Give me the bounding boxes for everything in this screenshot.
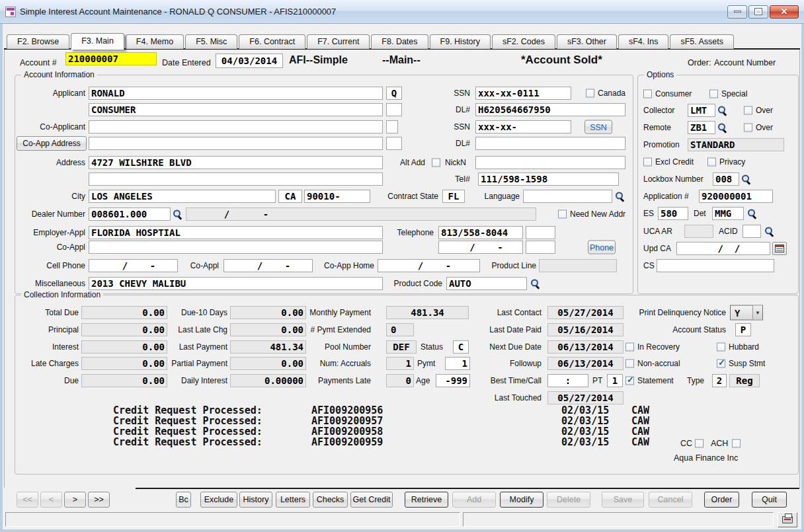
restore-button[interactable] <box>748 5 768 19</box>
tab-sf3-other[interactable]: sF3. Other <box>557 34 617 49</box>
consumer-checkbox[interactable] <box>643 90 652 98</box>
tab-sf2-codes[interactable]: sF2. Codes <box>492 34 555 49</box>
non-accrual-checkbox[interactable] <box>625 360 634 368</box>
last-record-button[interactable]: >> <box>88 492 110 508</box>
account-number-input[interactable] <box>65 52 157 65</box>
applicant-first-input[interactable] <box>89 87 383 100</box>
state-input[interactable] <box>278 190 302 203</box>
city-input[interactable] <box>89 190 276 203</box>
cs-input[interactable] <box>657 259 774 272</box>
in-recovery-checkbox[interactable] <box>625 343 634 352</box>
zip-input[interactable] <box>304 190 370 203</box>
co-dl-input[interactable] <box>475 137 625 150</box>
co-applicant-last-input[interactable] <box>89 137 383 150</box>
co-applicant-input[interactable] <box>89 120 383 133</box>
tab-f2-browse[interactable]: F2. Browse <box>7 34 69 49</box>
letters-button[interactable]: Letters <box>276 492 310 508</box>
order-button[interactable]: Order <box>704 492 739 508</box>
co-appl-telephone-ext-input[interactable] <box>526 241 555 254</box>
quit-button[interactable]: Quit <box>752 492 787 508</box>
co-appl-cell-input[interactable] <box>223 259 313 272</box>
special-checkbox[interactable] <box>709 90 718 98</box>
applicant-last-input[interactable] <box>89 103 383 116</box>
canada-checkbox[interactable] <box>586 89 594 98</box>
modify-button[interactable]: Modify <box>500 492 543 508</box>
lockbox-input[interactable] <box>713 172 739 186</box>
print-delinquency-dropdown[interactable]: Y ▼ <box>730 305 763 321</box>
lockbox-lookup-icon[interactable] <box>741 174 752 185</box>
nickn-input[interactable] <box>475 156 625 169</box>
remote-over-checkbox[interactable] <box>744 124 752 132</box>
cell-phone-input[interactable] <box>89 259 178 272</box>
work-telephone-ext-input[interactable] <box>526 226 555 239</box>
susp-stmt-checkbox[interactable] <box>717 360 725 368</box>
tab-f9-history[interactable]: F9. History <box>430 34 491 49</box>
co-applicant-middle-input[interactable] <box>386 120 398 133</box>
minimize-button[interactable] <box>727 5 747 19</box>
tab-f4-memo[interactable]: F4. Memo <box>126 34 184 49</box>
acid-input[interactable] <box>743 225 761 238</box>
applicant-middle-input[interactable] <box>386 87 402 100</box>
tab-f5-misc[interactable]: F5. Misc <box>185 34 237 49</box>
tel-input[interactable] <box>478 172 619 186</box>
excl-credit-checkbox[interactable] <box>643 158 652 167</box>
acid-lookup-icon[interactable] <box>764 226 775 237</box>
language-lookup-icon[interactable] <box>614 191 625 202</box>
cancel-button[interactable]: Cancel <box>649 492 692 508</box>
det-lookup-icon[interactable] <box>746 208 758 219</box>
co-applicant-suffix-input[interactable] <box>386 137 402 150</box>
ssn-button[interactable]: SSN <box>584 120 612 134</box>
collector-over-checkbox[interactable] <box>744 106 752 115</box>
next-record-button[interactable]: > <box>64 492 86 508</box>
remote-lookup-icon[interactable] <box>717 122 728 133</box>
save-button[interactable]: Save <box>602 492 644 508</box>
exclude-button[interactable]: Exclude <box>200 492 237 508</box>
need-new-addr-checkbox[interactable] <box>558 210 567 219</box>
tab-f8-dates[interactable]: F8. Dates <box>371 34 428 49</box>
remote-input[interactable] <box>688 121 715 134</box>
print-button[interactable] <box>778 512 797 527</box>
tab-f6-contract[interactable]: F6. Contract <box>239 34 305 49</box>
co-app-address-button[interactable]: Co-App Address <box>17 136 87 151</box>
best-time-call-input[interactable] <box>547 374 588 387</box>
collector-input[interactable] <box>688 104 715 117</box>
bc-button[interactable]: Bc <box>176 492 191 508</box>
first-record-button[interactable]: << <box>17 492 38 508</box>
alt-add-checkbox[interactable] <box>432 159 440 167</box>
checks-button[interactable]: Checks <box>313 492 348 508</box>
statement-checkbox[interactable] <box>625 377 634 385</box>
dealer-number-input[interactable] <box>89 208 171 221</box>
tab-sf4-ins[interactable]: sF4. Ins <box>618 34 668 49</box>
address1-input[interactable] <box>89 156 383 169</box>
tab-sf5-assets[interactable]: sF5. Assets <box>670 34 734 49</box>
pt-input[interactable] <box>607 374 623 387</box>
employer-input[interactable] <box>89 226 383 239</box>
det-input[interactable] <box>712 207 744 220</box>
co-appl-employer-input[interactable] <box>89 241 383 254</box>
applicant-suffix-input[interactable] <box>386 103 402 116</box>
es-input[interactable] <box>658 207 688 220</box>
product-code-input[interactable] <box>446 277 527 290</box>
language-input[interactable] <box>523 190 612 203</box>
dealer-lookup-icon[interactable] <box>172 209 183 220</box>
account-status-field[interactable] <box>735 323 751 336</box>
co-ssn-input[interactable] <box>475 120 571 133</box>
tab-f7-current[interactable]: F7. Current <box>307 34 370 49</box>
miscellaneous-input[interactable] <box>89 277 383 290</box>
tab-f3-main[interactable]: F3. Main <box>71 33 124 50</box>
retrieve-button[interactable]: Retrieve <box>405 492 448 508</box>
add-button[interactable]: Add <box>452 492 496 508</box>
ach-checkbox[interactable] <box>732 439 741 448</box>
delete-button[interactable]: Delete <box>547 492 590 508</box>
close-button[interactable]: ✕ <box>770 5 799 19</box>
privacy-checkbox[interactable] <box>707 158 716 167</box>
date-entered-input[interactable] <box>216 54 283 68</box>
application-input[interactable] <box>699 190 773 203</box>
calendar-button[interactable] <box>772 242 787 255</box>
collector-lookup-icon[interactable] <box>717 105 728 116</box>
previous-record-button[interactable]: < <box>40 492 62 508</box>
history-button[interactable]: History <box>239 492 272 508</box>
co-appl-telephone-input[interactable] <box>438 241 523 254</box>
phone-button[interactable]: Phone <box>588 241 616 254</box>
upd-ca-input[interactable] <box>676 242 770 255</box>
